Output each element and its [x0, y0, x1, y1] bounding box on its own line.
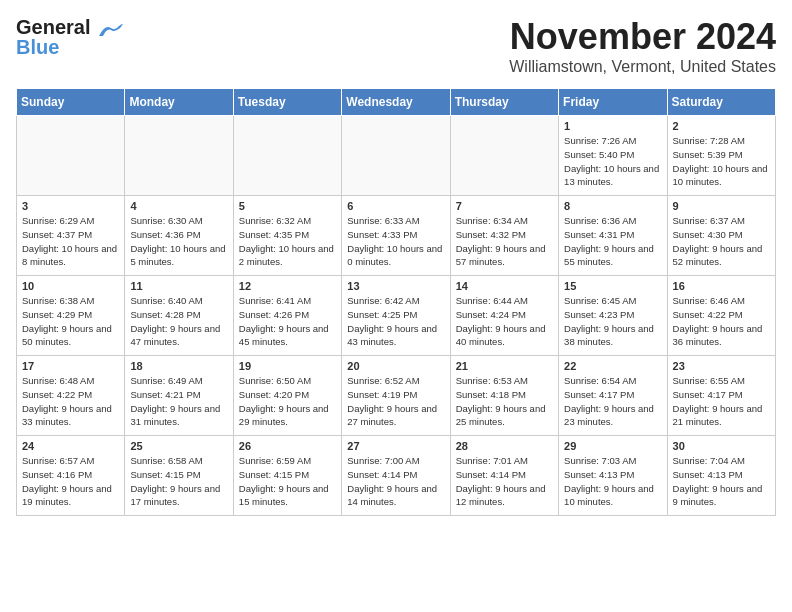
day-number: 3 — [22, 200, 119, 212]
logo-bird-icon — [97, 22, 125, 38]
day-info-text: Sunrise: 6:37 AM Sunset: 4:30 PM Dayligh… — [673, 214, 770, 269]
calendar-week-row: 24Sunrise: 6:57 AM Sunset: 4:16 PM Dayli… — [17, 436, 776, 516]
calendar-day-cell: 6Sunrise: 6:33 AM Sunset: 4:33 PM Daylig… — [342, 196, 450, 276]
calendar-day-cell: 22Sunrise: 6:54 AM Sunset: 4:17 PM Dayli… — [559, 356, 667, 436]
day-info-text: Sunrise: 6:41 AM Sunset: 4:26 PM Dayligh… — [239, 294, 336, 349]
calendar-day-cell: 4Sunrise: 6:30 AM Sunset: 4:36 PM Daylig… — [125, 196, 233, 276]
day-number: 24 — [22, 440, 119, 452]
title-area: November 2024 Williamstown, Vermont, Uni… — [509, 16, 776, 76]
day-info-text: Sunrise: 6:32 AM Sunset: 4:35 PM Dayligh… — [239, 214, 336, 269]
calendar-day-cell: 29Sunrise: 7:03 AM Sunset: 4:13 PM Dayli… — [559, 436, 667, 516]
day-number: 13 — [347, 280, 444, 292]
day-number: 18 — [130, 360, 227, 372]
calendar-day-cell: 27Sunrise: 7:00 AM Sunset: 4:14 PM Dayli… — [342, 436, 450, 516]
day-info-text: Sunrise: 6:29 AM Sunset: 4:37 PM Dayligh… — [22, 214, 119, 269]
calendar-day-cell: 20Sunrise: 6:52 AM Sunset: 4:19 PM Dayli… — [342, 356, 450, 436]
day-number: 16 — [673, 280, 770, 292]
day-number: 28 — [456, 440, 553, 452]
day-info-text: Sunrise: 7:28 AM Sunset: 5:39 PM Dayligh… — [673, 134, 770, 189]
calendar-week-row: 1Sunrise: 7:26 AM Sunset: 5:40 PM Daylig… — [17, 116, 776, 196]
calendar-day-cell: 23Sunrise: 6:55 AM Sunset: 4:17 PM Dayli… — [667, 356, 775, 436]
calendar-week-row: 17Sunrise: 6:48 AM Sunset: 4:22 PM Dayli… — [17, 356, 776, 436]
calendar-day-cell: 11Sunrise: 6:40 AM Sunset: 4:28 PM Dayli… — [125, 276, 233, 356]
day-number: 19 — [239, 360, 336, 372]
calendar-weekday-header: Wednesday — [342, 89, 450, 116]
logo: General Blue — [16, 16, 125, 59]
calendar-header-row: SundayMondayTuesdayWednesdayThursdayFrid… — [17, 89, 776, 116]
location-subtitle: Williamstown, Vermont, United States — [509, 58, 776, 76]
day-number: 4 — [130, 200, 227, 212]
month-title: November 2024 — [509, 16, 776, 58]
day-info-text: Sunrise: 6:57 AM Sunset: 4:16 PM Dayligh… — [22, 454, 119, 509]
day-number: 29 — [564, 440, 661, 452]
calendar-week-row: 10Sunrise: 6:38 AM Sunset: 4:29 PM Dayli… — [17, 276, 776, 356]
calendar-day-cell: 2Sunrise: 7:28 AM Sunset: 5:39 PM Daylig… — [667, 116, 775, 196]
day-info-text: Sunrise: 7:03 AM Sunset: 4:13 PM Dayligh… — [564, 454, 661, 509]
day-info-text: Sunrise: 6:46 AM Sunset: 4:22 PM Dayligh… — [673, 294, 770, 349]
calendar-day-cell: 5Sunrise: 6:32 AM Sunset: 4:35 PM Daylig… — [233, 196, 341, 276]
calendar-day-cell: 10Sunrise: 6:38 AM Sunset: 4:29 PM Dayli… — [17, 276, 125, 356]
logo-blue-text: Blue — [16, 36, 59, 59]
calendar-day-cell — [125, 116, 233, 196]
calendar-day-cell: 1Sunrise: 7:26 AM Sunset: 5:40 PM Daylig… — [559, 116, 667, 196]
day-number: 10 — [22, 280, 119, 292]
day-info-text: Sunrise: 6:38 AM Sunset: 4:29 PM Dayligh… — [22, 294, 119, 349]
calendar-day-cell: 14Sunrise: 6:44 AM Sunset: 4:24 PM Dayli… — [450, 276, 558, 356]
day-info-text: Sunrise: 6:45 AM Sunset: 4:23 PM Dayligh… — [564, 294, 661, 349]
day-number: 11 — [130, 280, 227, 292]
day-info-text: Sunrise: 6:55 AM Sunset: 4:17 PM Dayligh… — [673, 374, 770, 429]
calendar-day-cell: 21Sunrise: 6:53 AM Sunset: 4:18 PM Dayli… — [450, 356, 558, 436]
day-number: 27 — [347, 440, 444, 452]
calendar-weekday-header: Thursday — [450, 89, 558, 116]
calendar-table: SundayMondayTuesdayWednesdayThursdayFrid… — [16, 88, 776, 516]
day-info-text: Sunrise: 7:04 AM Sunset: 4:13 PM Dayligh… — [673, 454, 770, 509]
day-info-text: Sunrise: 6:44 AM Sunset: 4:24 PM Dayligh… — [456, 294, 553, 349]
calendar-day-cell: 19Sunrise: 6:50 AM Sunset: 4:20 PM Dayli… — [233, 356, 341, 436]
day-info-text: Sunrise: 6:49 AM Sunset: 4:21 PM Dayligh… — [130, 374, 227, 429]
page-header: General Blue November 2024 Williamstown,… — [16, 16, 776, 76]
day-info-text: Sunrise: 6:54 AM Sunset: 4:17 PM Dayligh… — [564, 374, 661, 429]
day-info-text: Sunrise: 6:50 AM Sunset: 4:20 PM Dayligh… — [239, 374, 336, 429]
day-number: 6 — [347, 200, 444, 212]
calendar-day-cell: 25Sunrise: 6:58 AM Sunset: 4:15 PM Dayli… — [125, 436, 233, 516]
calendar-day-cell — [233, 116, 341, 196]
day-info-text: Sunrise: 6:30 AM Sunset: 4:36 PM Dayligh… — [130, 214, 227, 269]
day-info-text: Sunrise: 6:58 AM Sunset: 4:15 PM Dayligh… — [130, 454, 227, 509]
calendar-day-cell: 17Sunrise: 6:48 AM Sunset: 4:22 PM Dayli… — [17, 356, 125, 436]
day-info-text: Sunrise: 6:34 AM Sunset: 4:32 PM Dayligh… — [456, 214, 553, 269]
day-number: 1 — [564, 120, 661, 132]
calendar-day-cell — [450, 116, 558, 196]
calendar-day-cell: 8Sunrise: 6:36 AM Sunset: 4:31 PM Daylig… — [559, 196, 667, 276]
calendar-day-cell: 13Sunrise: 6:42 AM Sunset: 4:25 PM Dayli… — [342, 276, 450, 356]
day-info-text: Sunrise: 6:52 AM Sunset: 4:19 PM Dayligh… — [347, 374, 444, 429]
day-info-text: Sunrise: 6:48 AM Sunset: 4:22 PM Dayligh… — [22, 374, 119, 429]
day-number: 14 — [456, 280, 553, 292]
day-number: 15 — [564, 280, 661, 292]
calendar-day-cell: 26Sunrise: 6:59 AM Sunset: 4:15 PM Dayli… — [233, 436, 341, 516]
day-number: 9 — [673, 200, 770, 212]
calendar-day-cell — [342, 116, 450, 196]
calendar-weekday-header: Saturday — [667, 89, 775, 116]
calendar-weekday-header: Tuesday — [233, 89, 341, 116]
calendar-day-cell: 15Sunrise: 6:45 AM Sunset: 4:23 PM Dayli… — [559, 276, 667, 356]
calendar-weekday-header: Monday — [125, 89, 233, 116]
calendar-day-cell: 3Sunrise: 6:29 AM Sunset: 4:37 PM Daylig… — [17, 196, 125, 276]
day-number: 26 — [239, 440, 336, 452]
day-number: 21 — [456, 360, 553, 372]
calendar-day-cell: 7Sunrise: 6:34 AM Sunset: 4:32 PM Daylig… — [450, 196, 558, 276]
day-info-text: Sunrise: 6:53 AM Sunset: 4:18 PM Dayligh… — [456, 374, 553, 429]
day-number: 5 — [239, 200, 336, 212]
day-info-text: Sunrise: 7:00 AM Sunset: 4:14 PM Dayligh… — [347, 454, 444, 509]
day-info-text: Sunrise: 7:01 AM Sunset: 4:14 PM Dayligh… — [456, 454, 553, 509]
calendar-day-cell — [17, 116, 125, 196]
day-number: 12 — [239, 280, 336, 292]
calendar-day-cell: 9Sunrise: 6:37 AM Sunset: 4:30 PM Daylig… — [667, 196, 775, 276]
day-number: 7 — [456, 200, 553, 212]
day-info-text: Sunrise: 6:33 AM Sunset: 4:33 PM Dayligh… — [347, 214, 444, 269]
calendar-day-cell: 12Sunrise: 6:41 AM Sunset: 4:26 PM Dayli… — [233, 276, 341, 356]
calendar-day-cell: 18Sunrise: 6:49 AM Sunset: 4:21 PM Dayli… — [125, 356, 233, 436]
logo-text: General — [16, 16, 125, 38]
day-number: 17 — [22, 360, 119, 372]
day-info-text: Sunrise: 7:26 AM Sunset: 5:40 PM Dayligh… — [564, 134, 661, 189]
day-number: 30 — [673, 440, 770, 452]
